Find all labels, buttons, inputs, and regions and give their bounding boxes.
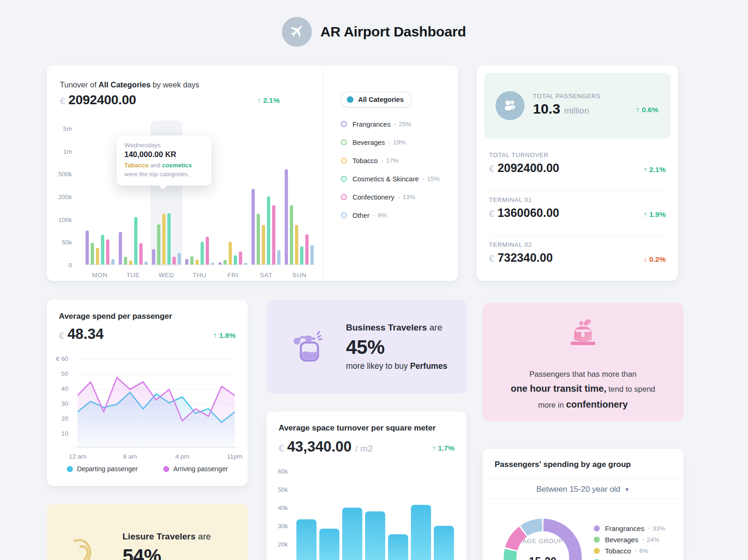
dot-separator: ●	[398, 196, 400, 199]
legend-item-departing-passenger: Departing passenger	[67, 465, 138, 473]
group-baseline	[118, 264, 149, 265]
legend-label: Beverages	[605, 536, 639, 544]
bar-wed-other	[178, 253, 181, 265]
y-tick-label: 200k	[58, 194, 72, 201]
per-unit-label: / m2	[355, 444, 373, 454]
y-tick-label: 0	[68, 262, 72, 269]
legend-label: Frangrances	[352, 121, 390, 128]
space-bar-3	[342, 508, 362, 560]
arrow-up-icon: ↑	[258, 96, 261, 104]
bar-thu-cosmetics-skincare	[201, 242, 204, 265]
space-turnover-change: ↑ 1.7%	[432, 444, 454, 452]
donut-center-label: AGE GROUP	[489, 538, 597, 545]
legend-item-beverages[interactable]: Beverages●19%	[341, 133, 458, 151]
x-axis-label: THU	[183, 272, 216, 279]
age-group-dropdown[interactable]: Between 15-20 year old ▼	[482, 480, 683, 499]
y-tick-label: 60k	[278, 468, 288, 475]
legend-percent: 6%	[640, 547, 649, 554]
currency-symbol: €	[60, 96, 65, 107]
stat-change: ↓ 0.2%	[644, 255, 666, 264]
totals-card: TOTAL PASSENGERS 10.3 million ↑ 0.6% TOT…	[477, 65, 678, 281]
total-passengers-value: 10.3 million	[533, 101, 589, 117]
bar-tue-tobacco	[129, 260, 132, 265]
legend-ring-icon	[341, 121, 347, 127]
stat-value: €1360060.00	[489, 206, 559, 220]
perfume-icon	[288, 325, 329, 368]
all-categories-dot-icon	[347, 96, 353, 103]
space-bar-5	[388, 534, 408, 560]
all-categories-filter-pill[interactable]: All Categories	[341, 92, 412, 108]
bar-thu-confectionery	[206, 237, 209, 265]
bar-mon-frangrances	[86, 230, 89, 265]
bar-fri-beverages	[223, 260, 227, 265]
total-passengers-panel: TOTAL PASSENGERS 10.3 million ↑ 0.6%	[484, 73, 670, 138]
stat-row-terminal-01: TERMINAL 01€1360060.00↑ 1.9%	[489, 191, 666, 236]
x-axis-label: MON	[83, 272, 116, 279]
space-bar-4	[365, 511, 385, 560]
legend-percent: 24%	[647, 536, 659, 543]
space-turnover-card: Average space turnover per square meter …	[266, 411, 467, 560]
bar-wed-frangrances	[152, 249, 155, 265]
app-logo	[282, 17, 312, 47]
bar-sat-beverages	[257, 214, 260, 265]
terminal-rows: TOTAL TURNOVER€2092400.00↑ 2.1%TERMINAL …	[477, 146, 678, 280]
bar-fri-frangrances	[218, 262, 222, 265]
stat-label: TOTAL TURNOVER	[489, 151, 548, 158]
chart-tooltip: Wednesdays 140,000.00 KR Tabacco and cos…	[117, 136, 211, 186]
legend-item-confectionery[interactable]: Confectionery●13%	[341, 188, 458, 206]
bar-sun-confectionery	[305, 234, 309, 265]
x-axis-label: SUN	[283, 272, 316, 279]
legend-ring-icon	[341, 194, 347, 200]
card-title: Average space turnover per square meter	[279, 424, 436, 433]
business-travelers-text: Business Travelers are 45% more likey to…	[346, 323, 447, 371]
tooltip-value: 140,000.00 KR	[124, 150, 204, 159]
x-tick-label: 11pm	[220, 453, 250, 460]
y-tick-label: 10	[61, 430, 68, 437]
age-legend-item-beverages: Beverages●24%	[594, 534, 665, 545]
legend-item-arriving-passenger: Arriving passenger	[163, 465, 228, 473]
tooltip-description: Tabacco and cosmetics were the top categ…	[124, 161, 204, 179]
space-y-axis: 60k50k40k30k20k	[266, 411, 291, 560]
y-tick-label: 40	[61, 385, 68, 392]
x-axis-label: FRI	[216, 272, 250, 279]
group-baseline	[151, 264, 182, 265]
y-tick-label: 50k	[278, 486, 288, 493]
dot-separator: ●	[388, 141, 390, 144]
leisure-travelers-text: Liesure Travelers are 54%	[122, 531, 211, 560]
bar-fri-tobacco	[229, 242, 232, 265]
arrow-down-icon: ↓	[644, 255, 647, 263]
stat-label: TERMINAL 01	[489, 196, 532, 203]
age-legend: Frangrances●33%Beverages●24%Tobacco●6%	[594, 523, 665, 560]
y-tick-label: 100k	[58, 216, 72, 223]
bar-fri-other	[244, 263, 247, 265]
legend-label: Tobacco	[605, 547, 631, 555]
age-donut-chart	[489, 504, 597, 560]
legend-label: Beverages	[352, 139, 385, 146]
legend-label: Cosmetics & Skincare	[352, 175, 419, 183]
x-axis-label: SAT	[250, 272, 283, 279]
x-axis-label: TUE	[116, 272, 150, 279]
bar-wed-cosmetics-skincare	[167, 213, 171, 265]
avg-spend-card: Average spend per passenger € 48.34 ↑ 1.…	[47, 300, 248, 486]
airplane-icon	[289, 23, 305, 41]
donut-center-value: 15-20	[489, 555, 597, 560]
arrow-up-icon: ↑	[214, 331, 217, 339]
legend-item-cosmetics-skincare[interactable]: Cosmetics & Skincare●15%	[341, 170, 458, 188]
passengers-avatar	[496, 91, 525, 120]
legend-item-other[interactable]: Other●9%	[341, 206, 458, 224]
y-tick-label: 20	[61, 415, 68, 422]
legend-ring-icon	[341, 158, 347, 164]
y-tick-label: 30	[61, 400, 68, 407]
legend-item-tobacco[interactable]: Tobacco●17%	[341, 151, 458, 170]
bar-sat-tobacco	[262, 225, 265, 265]
legend-item-frangrances[interactable]: Frangrances●25%	[341, 115, 458, 133]
legend-label: Confectionery	[352, 194, 394, 201]
bar-fri-cosmetics-skincare	[234, 255, 237, 265]
legend-percent: 19%	[393, 139, 406, 146]
bar-wed-beverages	[157, 224, 160, 265]
space-bar-chart	[296, 472, 454, 560]
bar-thu-beverages	[190, 256, 194, 265]
card-title: Average spend per passenger	[59, 312, 172, 321]
currency-symbol: €	[59, 330, 64, 341]
legend-dot-icon	[67, 466, 73, 472]
